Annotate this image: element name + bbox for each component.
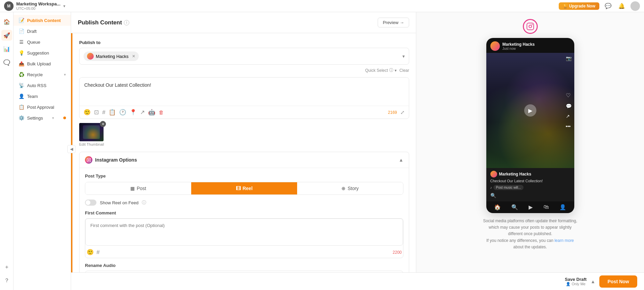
thumbnail-preview (79, 123, 104, 141)
clear-button[interactable]: Clear (399, 68, 409, 73)
robot-icon[interactable]: 🤖 (148, 109, 155, 116)
post-now-button[interactable]: Post Now (599, 275, 637, 288)
thumbnail-item: ✕ Edit Thumbnail (79, 123, 104, 146)
sidebar-icon-engage[interactable]: 🗨️ (1, 57, 12, 68)
phone-post-time: Just now (503, 47, 535, 50)
comment-toolbar: 🙂 # 2200 (85, 247, 403, 258)
upgrade-button[interactable]: 🏆 Upgrade Now (559, 2, 599, 10)
workspace-time: UTC+05:00 (16, 6, 61, 11)
workspace-chevron-icon[interactable]: ▾ (63, 4, 65, 8)
learn-more-link[interactable]: learn more (554, 238, 574, 243)
trophy-icon: 🏆 (563, 4, 568, 8)
channel-tag: Marketing Hacks ✕ (84, 51, 139, 61)
phone-nav-profile-icon: 👤 (559, 204, 566, 210)
show-reel-toggle[interactable] (85, 200, 96, 206)
svg-point-1 (88, 159, 89, 161)
phone-comment-icon: 💬 (566, 103, 572, 109)
post-text-input[interactable] (80, 78, 409, 105)
nav-post-approval[interactable]: 📋 Post Approval (14, 102, 71, 112)
edit-thumbnail-label[interactable]: Edit Thumbnail (79, 142, 104, 146)
post-type-tab-post[interactable]: ▦ Post (85, 182, 191, 194)
instagram-options-title: Instagram Options (85, 156, 137, 164)
phone-share-icon: ↗ (566, 113, 572, 119)
hashtag-icon[interactable]: # (102, 109, 105, 116)
nav-publish-content[interactable]: 📝 Publish Content (14, 15, 71, 26)
instagram-icon (85, 156, 92, 164)
expand-icon[interactable]: ▲ (591, 279, 595, 284)
post-type-tab-story[interactable]: ⊕ Story (297, 182, 403, 194)
quick-select-chevron-icon: ▾ (395, 68, 397, 73)
quick-select-button[interactable]: Quick Select ⓘ ▾ (365, 67, 397, 73)
nav-bulk-upload[interactable]: 📤 Bulk Upload (14, 58, 71, 69)
clock-icon[interactable]: 🕐 (119, 109, 126, 116)
team-nav-icon: 👤 (18, 94, 24, 99)
ig-options-collapse-icon[interactable]: ▲ (399, 157, 403, 163)
user-avatar[interactable] (630, 1, 640, 11)
svg-point-4 (529, 25, 532, 28)
settings-nav-icon: ⚙️ (18, 115, 24, 121)
quick-select-info-icon: ⓘ (389, 67, 393, 73)
collapse-nav-button[interactable]: ◀ (67, 145, 75, 153)
nav-team[interactable]: 👤 Team (14, 91, 71, 102)
instagram-options-header[interactable]: Instagram Options ▲ (80, 152, 409, 168)
first-comment-label: First Comment (85, 210, 403, 215)
sidebar-icon-analytics[interactable]: 📊 (1, 43, 12, 54)
phone-rhs-icons: ♡ 💬 ↗ ••• (566, 92, 572, 129)
comment-hashtag-icon[interactable]: # (96, 249, 99, 256)
nav-draft[interactable]: 📄 Draft (14, 26, 71, 37)
settings-chevron-icon: ▾ (52, 116, 54, 120)
sidebar-icon-help[interactable]: ？ (1, 275, 12, 286)
comment-emoji-icon[interactable]: 🙂 (87, 249, 94, 256)
publish-info-icon[interactable]: i (124, 20, 129, 25)
thumbnail-remove-button[interactable]: ✕ (100, 121, 106, 127)
clipboard-icon[interactable]: 📋 (109, 109, 116, 116)
post-text-area-container: 🙂 ⊡ # 📋 🕐 📍 ↗ 🤖 🗑 2169 ⤢ (79, 77, 409, 119)
first-comment-input[interactable] (85, 219, 403, 246)
arrow-icon[interactable]: ↗ (140, 109, 145, 116)
preview-note: Social media platforms often update thei… (483, 218, 578, 250)
left-nav: 📝 Publish Content 📄 Draft ☰ Queue 💡 Sugg… (14, 12, 71, 290)
topbar: M Marketing Workspa... UTC+05:00 ▾ 🏆 Upg… (0, 0, 644, 12)
phone-nav-reels-icon: ▶ (529, 204, 533, 210)
nav-suggestion[interactable]: 💡 Suggestion (14, 47, 71, 58)
save-draft-button[interactable]: Save Draft 👤 Only Me (565, 277, 586, 286)
publish-to-chevron-icon[interactable]: ▾ (402, 54, 405, 59)
location-icon[interactable]: 📍 (130, 109, 137, 116)
nav-queue[interactable]: ☰ Queue (14, 37, 71, 47)
publish-body: Publish to Marketing Hacks ✕ ▾ Quick Sel… (72, 33, 416, 290)
gif-icon[interactable]: ⊡ (94, 109, 99, 116)
messages-icon[interactable]: 💬 (603, 1, 613, 11)
phone-channel-name: Marketing Hacks (503, 42, 535, 47)
preview-button[interactable]: Preview → (378, 18, 409, 27)
post-type-tab-reel[interactable]: 🎞 Reel (191, 182, 297, 194)
post-type-label: Post Type (85, 173, 403, 179)
sidebar-icon-publish[interactable]: 🚀 (1, 30, 12, 41)
topbar-right: 🏆 Upgrade Now 💬 🔔 (559, 1, 640, 11)
nav-auto-rss[interactable]: 📡 Auto RSS (14, 80, 71, 91)
phone-play-button[interactable]: ▶ (524, 104, 536, 117)
post-tab-icon: ▦ (130, 186, 135, 191)
save-draft-sub-label: 👤 Only Me (566, 282, 585, 286)
char-count: 2169 (388, 110, 397, 115)
post-type-tabs: ▦ Post 🎞 Reel ⊕ Story (85, 182, 403, 195)
show-reel-info-icon[interactable]: ⓘ (142, 200, 146, 206)
thumbnail-row: ✕ Edit Thumbnail (79, 123, 409, 146)
preview-instagram-icon (523, 19, 538, 34)
sidebar-icon-add[interactable]: ＋ (1, 262, 12, 272)
nav-recycle[interactable]: ♻️ Recycle ▾ (14, 69, 71, 80)
workspace-name: Marketing Workspa... (16, 1, 61, 6)
sidebar-icon-home[interactable]: 🏠 (1, 16, 12, 27)
expand-text-icon[interactable]: ⤢ (400, 109, 405, 116)
auto-rss-nav-icon: 📡 (18, 83, 24, 88)
preview-panel: Marketing Hacks Just now ▶ 📷 ♡ 💬 ↗ ••• (416, 12, 644, 290)
publish-panel-title: Publish Content i (78, 19, 129, 26)
story-tab-icon: ⊕ (341, 186, 346, 191)
notifications-icon[interactable]: 🔔 (617, 1, 626, 11)
first-comment-container: 🙂 # 2200 (85, 218, 403, 258)
delete-icon[interactable]: 🗑 (159, 109, 164, 115)
emoji-icon[interactable]: 🙂 (84, 109, 91, 116)
bulk-upload-nav-icon: 📤 (18, 61, 24, 66)
phone-nav-search-icon: 🔍 (511, 204, 518, 210)
nav-settings[interactable]: ⚙️ Settings ▾ (14, 112, 71, 123)
channel-remove-button[interactable]: ✕ (132, 54, 135, 59)
